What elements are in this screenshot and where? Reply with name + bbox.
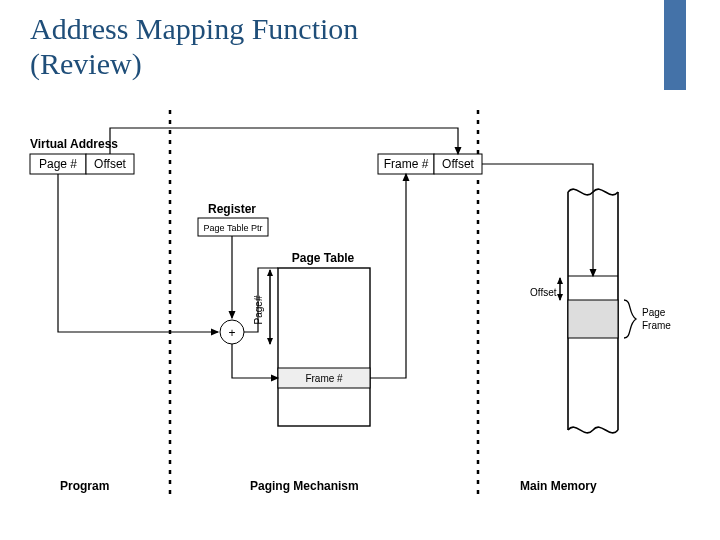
adder-plus: + <box>228 326 235 340</box>
virtual-address-box: Page # Offset <box>30 154 134 174</box>
accent-bar <box>664 0 686 90</box>
paging-mechanism-label: Paging Mechanism <box>250 479 359 493</box>
register-label: Register <box>208 202 256 216</box>
physical-address-box: Frame # Offset <box>378 154 482 174</box>
page-num-label: Page # <box>39 157 77 171</box>
diagram-area: Virtual Address Page # Offset Frame # Of… <box>0 100 720 540</box>
frame-num-label: Frame # <box>384 157 429 171</box>
page-frame-brace <box>624 300 636 338</box>
address-mapping-diagram: Virtual Address Page # Offset Frame # Of… <box>0 100 720 540</box>
program-label: Program <box>60 479 109 493</box>
page-frame-l2: Frame <box>642 320 671 331</box>
frame-num2-label: Frame # <box>305 373 343 384</box>
page-table-label: Page Table <box>292 251 355 265</box>
page-table-ptr-label: Page Table Ptr <box>204 223 263 233</box>
page-frame-l1: Page <box>642 307 666 318</box>
main-memory-label: Main Memory <box>520 479 597 493</box>
virtual-address-label: Virtual Address <box>30 137 118 151</box>
svg-rect-8 <box>568 300 618 338</box>
offset2-label: Offset <box>442 157 474 171</box>
page-table-box <box>278 268 370 426</box>
title-line1: Address Mapping Function <box>30 12 358 45</box>
offset-label: Offset <box>94 157 126 171</box>
offset3-label: Offset <box>530 287 557 298</box>
title-line2: (Review) <box>30 47 142 80</box>
slide-title: Address Mapping Function (Review) <box>30 12 358 81</box>
